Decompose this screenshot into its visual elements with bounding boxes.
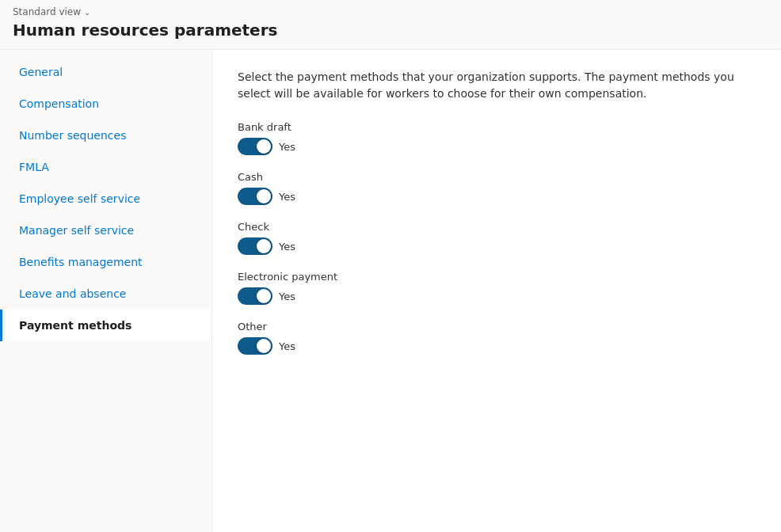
sidebar-item-number-sequences[interactable]: Number sequences [0,120,211,151]
payment-method-label-cash: Cash [238,171,756,183]
payment-method-other: OtherYes [238,321,756,355]
toggle-value-check: Yes [279,241,295,253]
toggle-check[interactable] [238,238,272,255]
page-title: Human resources parameters [13,21,768,40]
standard-view-label: Standard view [13,6,81,17]
payment-method-bank-draft: Bank draftYes [238,121,756,155]
toggle-row-check: Yes [238,238,756,255]
sidebar-item-leave-and-absence[interactable]: Leave and absence [0,278,211,310]
toggle-row-cash: Yes [238,188,756,205]
sidebar-item-payment-methods[interactable]: Payment methods [0,310,211,341]
toggle-row-other: Yes [238,337,756,355]
description-text: Select the payment methods that your org… [238,69,756,102]
toggle-value-other: Yes [279,340,295,352]
chevron-down-icon: ⌄ [84,8,90,17]
toggle-electronic-payment[interactable] [238,287,272,305]
payment-method-label-electronic-payment: Electronic payment [238,271,756,283]
toggle-bank-draft[interactable] [238,138,272,155]
sidebar-item-employee-self-service[interactable]: Employee self service [0,183,211,215]
payment-method-label-other: Other [238,321,756,332]
toggle-row-electronic-payment: Yes [238,287,756,305]
content-area: GeneralCompensationNumber sequencesFMLAE… [0,50,781,532]
standard-view-dropdown[interactable]: Standard view ⌄ [13,6,768,17]
page-container: Standard view ⌄ Human resources paramete… [0,0,781,532]
payment-method-label-check: Check [238,221,756,233]
sidebar: GeneralCompensationNumber sequencesFMLAE… [0,50,212,532]
toggle-value-cash: Yes [279,191,295,203]
sidebar-item-fmla[interactable]: FMLA [0,151,211,183]
main-content: Select the payment methods that your org… [212,50,781,532]
toggle-row-bank-draft: Yes [238,138,756,155]
toggle-other[interactable] [238,337,272,355]
toggle-value-electronic-payment: Yes [279,291,295,302]
toggle-cash[interactable] [238,188,272,205]
sidebar-item-manager-self-service[interactable]: Manager self service [0,215,211,246]
payment-methods-container: Bank draftYesCashYesCheckYesElectronic p… [238,121,756,355]
top-bar: Standard view ⌄ Human resources paramete… [0,0,781,49]
payment-method-electronic-payment: Electronic paymentYes [238,271,756,305]
sidebar-item-general[interactable]: General [0,56,211,88]
payment-method-label-bank-draft: Bank draft [238,121,756,133]
sidebar-item-benefits-management[interactable]: Benefits management [0,246,211,278]
toggle-value-bank-draft: Yes [279,141,295,153]
payment-method-cash: CashYes [238,171,756,205]
payment-method-check: CheckYes [238,221,756,255]
sidebar-item-compensation[interactable]: Compensation [0,88,211,120]
